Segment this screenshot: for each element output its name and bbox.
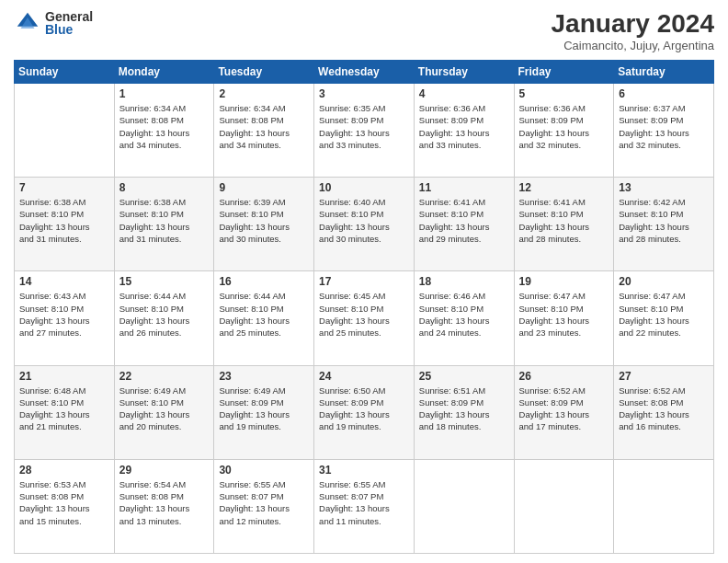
cell-info: Sunrise: 6:53 AMSunset: 8:08 PMDaylight:…: [19, 478, 109, 527]
calendar-cell: 12Sunrise: 6:41 AMSunset: 8:10 PMDayligh…: [514, 178, 614, 271]
cell-info: Sunrise: 6:34 AMSunset: 8:08 PMDaylight:…: [219, 102, 309, 151]
cell-info: Sunrise: 6:38 AMSunset: 8:10 PMDaylight:…: [119, 196, 210, 245]
header: General Blue January 2024 Caimancito, Ju…: [14, 9, 714, 52]
weekday-header: Sunday: [15, 61, 115, 84]
calendar-cell: [414, 459, 514, 553]
calendar-cell: 23Sunrise: 6:49 AMSunset: 8:09 PMDayligh…: [214, 365, 314, 459]
day-number: 1: [119, 87, 210, 100]
calendar-cell: 31Sunrise: 6:55 AMSunset: 8:07 PMDayligh…: [314, 459, 415, 553]
calendar-cell: 10Sunrise: 6:40 AMSunset: 8:10 PMDayligh…: [314, 178, 415, 271]
day-number: 21: [19, 370, 109, 383]
calendar-cell: 9Sunrise: 6:39 AMSunset: 8:10 PMDaylight…: [214, 178, 314, 271]
calendar-body: 1Sunrise: 6:34 AMSunset: 8:08 PMDaylight…: [15, 84, 714, 554]
cell-info: Sunrise: 6:55 AMSunset: 8:07 PMDaylight:…: [219, 478, 309, 527]
cell-info: Sunrise: 6:44 AMSunset: 8:10 PMDaylight:…: [219, 290, 309, 339]
logo-icon: [14, 9, 41, 37]
weekday-header: Friday: [514, 61, 614, 84]
day-number: 15: [119, 275, 210, 288]
cell-info: Sunrise: 6:52 AMSunset: 8:08 PMDaylight:…: [619, 385, 709, 433]
title-section: January 2024 Caimancito, Jujuy, Argentin…: [552, 9, 714, 52]
cell-info: Sunrise: 6:38 AMSunset: 8:10 PMDaylight:…: [19, 196, 109, 245]
cell-info: Sunrise: 6:37 AMSunset: 8:09 PMDaylight:…: [619, 102, 709, 151]
cell-info: Sunrise: 6:48 AMSunset: 8:10 PMDaylight:…: [19, 385, 109, 433]
calendar-cell: 25Sunrise: 6:51 AMSunset: 8:09 PMDayligh…: [414, 365, 514, 459]
day-number: 2: [219, 87, 309, 100]
calendar-cell: 14Sunrise: 6:43 AMSunset: 8:10 PMDayligh…: [15, 271, 115, 365]
page: General Blue January 2024 Caimancito, Ju…: [0, 0, 728, 563]
calendar-cell: 15Sunrise: 6:44 AMSunset: 8:10 PMDayligh…: [114, 271, 214, 365]
calendar-cell: 6Sunrise: 6:37 AMSunset: 8:09 PMDaylight…: [614, 84, 714, 178]
day-number: 27: [619, 370, 709, 383]
cell-info: Sunrise: 6:55 AMSunset: 8:07 PMDaylight:…: [319, 478, 409, 527]
logo: General Blue: [14, 9, 93, 37]
weekday-header: Tuesday: [214, 61, 314, 84]
calendar-cell: 17Sunrise: 6:45 AMSunset: 8:10 PMDayligh…: [314, 271, 415, 365]
cell-info: Sunrise: 6:47 AMSunset: 8:10 PMDaylight:…: [619, 290, 709, 339]
day-number: 31: [319, 464, 409, 477]
cell-info: Sunrise: 6:44 AMSunset: 8:10 PMDaylight:…: [119, 290, 210, 339]
calendar-cell: 3Sunrise: 6:35 AMSunset: 8:09 PMDaylight…: [314, 84, 415, 178]
logo-blue: Blue: [45, 23, 93, 36]
day-number: 5: [519, 87, 609, 100]
calendar-cell: 8Sunrise: 6:38 AMSunset: 8:10 PMDaylight…: [114, 178, 214, 271]
day-number: 23: [219, 370, 309, 383]
calendar-cell: 1Sunrise: 6:34 AMSunset: 8:08 PMDaylight…: [114, 84, 214, 178]
subtitle: Caimancito, Jujuy, Argentina: [552, 39, 714, 52]
calendar-cell: [514, 459, 614, 553]
calendar: SundayMondayTuesdayWednesdayThursdayFrid…: [14, 60, 714, 554]
logo-general: General: [45, 10, 93, 23]
calendar-cell: [614, 459, 714, 553]
day-number: 18: [419, 275, 509, 288]
day-number: 7: [19, 181, 109, 194]
day-number: 8: [119, 181, 210, 194]
calendar-week: 7Sunrise: 6:38 AMSunset: 8:10 PMDaylight…: [15, 178, 714, 271]
cell-info: Sunrise: 6:43 AMSunset: 8:10 PMDaylight:…: [19, 290, 109, 339]
cell-info: Sunrise: 6:50 AMSunset: 8:09 PMDaylight:…: [319, 385, 409, 433]
cell-info: Sunrise: 6:49 AMSunset: 8:10 PMDaylight:…: [119, 385, 210, 433]
day-number: 16: [219, 275, 309, 288]
calendar-header: SundayMondayTuesdayWednesdayThursdayFrid…: [15, 61, 714, 84]
cell-info: Sunrise: 6:41 AMSunset: 8:10 PMDaylight:…: [419, 196, 509, 245]
calendar-cell: 27Sunrise: 6:52 AMSunset: 8:08 PMDayligh…: [614, 365, 714, 459]
cell-info: Sunrise: 6:34 AMSunset: 8:08 PMDaylight:…: [119, 102, 210, 151]
cell-info: Sunrise: 6:54 AMSunset: 8:08 PMDaylight:…: [119, 478, 210, 527]
cell-info: Sunrise: 6:46 AMSunset: 8:10 PMDaylight:…: [419, 290, 509, 339]
weekday-header: Monday: [114, 61, 214, 84]
cell-info: Sunrise: 6:41 AMSunset: 8:10 PMDaylight:…: [519, 196, 609, 245]
day-number: 28: [19, 464, 109, 477]
calendar-week: 28Sunrise: 6:53 AMSunset: 8:08 PMDayligh…: [15, 459, 714, 553]
cell-info: Sunrise: 6:52 AMSunset: 8:09 PMDaylight:…: [519, 385, 609, 433]
calendar-cell: 5Sunrise: 6:36 AMSunset: 8:09 PMDaylight…: [514, 84, 614, 178]
weekday-header: Thursday: [414, 61, 514, 84]
calendar-cell: 18Sunrise: 6:46 AMSunset: 8:10 PMDayligh…: [414, 271, 514, 365]
calendar-cell: 22Sunrise: 6:49 AMSunset: 8:10 PMDayligh…: [114, 365, 214, 459]
day-number: 17: [319, 275, 409, 288]
day-number: 29: [119, 464, 210, 477]
calendar-cell: [15, 84, 115, 178]
calendar-cell: 19Sunrise: 6:47 AMSunset: 8:10 PMDayligh…: [514, 271, 614, 365]
day-number: 13: [619, 181, 709, 194]
month-title: January 2024: [552, 9, 714, 39]
calendar-cell: 13Sunrise: 6:42 AMSunset: 8:10 PMDayligh…: [614, 178, 714, 271]
header-row: SundayMondayTuesdayWednesdayThursdayFrid…: [15, 61, 714, 84]
calendar-cell: 29Sunrise: 6:54 AMSunset: 8:08 PMDayligh…: [114, 459, 214, 553]
cell-info: Sunrise: 6:36 AMSunset: 8:09 PMDaylight:…: [419, 102, 509, 151]
day-number: 19: [519, 275, 609, 288]
day-number: 22: [119, 370, 210, 383]
cell-info: Sunrise: 6:42 AMSunset: 8:10 PMDaylight:…: [619, 196, 709, 245]
day-number: 12: [519, 181, 609, 194]
calendar-cell: 28Sunrise: 6:53 AMSunset: 8:08 PMDayligh…: [15, 459, 115, 553]
cell-info: Sunrise: 6:49 AMSunset: 8:09 PMDaylight:…: [219, 385, 309, 433]
calendar-week: 21Sunrise: 6:48 AMSunset: 8:10 PMDayligh…: [15, 365, 714, 459]
weekday-header: Saturday: [614, 61, 714, 84]
day-number: 11: [419, 181, 509, 194]
calendar-cell: 4Sunrise: 6:36 AMSunset: 8:09 PMDaylight…: [414, 84, 514, 178]
day-number: 20: [619, 275, 709, 288]
day-number: 26: [519, 370, 609, 383]
day-number: 25: [419, 370, 509, 383]
day-number: 6: [619, 87, 709, 100]
calendar-cell: 26Sunrise: 6:52 AMSunset: 8:09 PMDayligh…: [514, 365, 614, 459]
calendar-week: 1Sunrise: 6:34 AMSunset: 8:08 PMDaylight…: [15, 84, 714, 178]
calendar-cell: 20Sunrise: 6:47 AMSunset: 8:10 PMDayligh…: [614, 271, 714, 365]
day-number: 10: [319, 181, 409, 194]
